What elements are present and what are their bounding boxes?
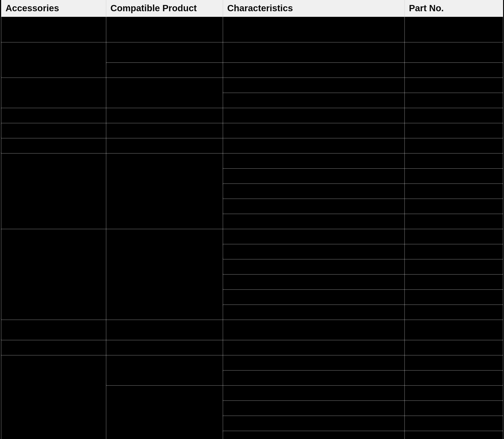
cell-c3 (223, 153, 404, 168)
table-row (1, 229, 503, 244)
cell-c1 (1, 78, 106, 108)
table-body (1, 17, 503, 439)
cell-c1 (1, 42, 106, 78)
cell-c4 (404, 320, 503, 340)
table-row (1, 138, 503, 153)
cell-c3 (223, 289, 404, 305)
cell-c4 (404, 199, 503, 214)
cell-c4 (404, 78, 503, 93)
table-row (1, 108, 503, 123)
cell-c3 (223, 138, 404, 153)
cell-c1 (1, 17, 106, 42)
cell-c4 (404, 355, 503, 370)
table-row (1, 153, 503, 168)
cell-c4 (404, 274, 503, 289)
cell-c4 (404, 229, 503, 244)
cell-c3 (223, 244, 404, 259)
table-row (1, 17, 503, 42)
cell-c3 (223, 385, 404, 401)
cell-c4 (404, 17, 503, 42)
table-row (1, 355, 503, 370)
cell-c4 (404, 62, 503, 78)
cell-c3 (223, 416, 404, 431)
col-header-characteristics: Characteristics (223, 0, 404, 17)
cell-c1 (1, 153, 106, 229)
cell-c2 (106, 42, 223, 62)
cell-c3 (223, 93, 404, 108)
cell-c4 (404, 138, 503, 153)
cell-c2 (106, 138, 223, 153)
cell-c4 (404, 385, 503, 401)
accessories-table: Accessories Compatible Product Character… (1, 0, 503, 439)
cell-c4 (404, 401, 503, 416)
cell-c4 (404, 42, 503, 62)
cell-c1 (1, 108, 106, 123)
cell-c4 (404, 340, 503, 355)
cell-c3 (223, 305, 404, 320)
cell-c2 (106, 153, 223, 229)
col-header-compatible: Compatible Product (106, 0, 223, 17)
cell-c2 (106, 78, 223, 108)
cell-c1 (1, 123, 106, 138)
cell-c4 (404, 289, 503, 305)
col-header-accessories: Accessories (1, 0, 106, 17)
cell-c4 (404, 93, 503, 108)
cell-c3 (223, 340, 404, 355)
cell-c4 (404, 244, 503, 259)
cell-c1 (1, 320, 106, 340)
cell-c3 (223, 123, 404, 138)
cell-c3 (223, 199, 404, 214)
cell-c3 (223, 274, 404, 289)
cell-c3 (223, 355, 404, 370)
cell-c2 (106, 123, 223, 138)
cell-c3 (223, 168, 404, 183)
cell-c2 (106, 108, 223, 123)
cell-c4 (404, 183, 503, 199)
cell-c4 (404, 123, 503, 138)
cell-c2 (106, 229, 223, 320)
cell-c2 (106, 320, 223, 340)
table-row (1, 320, 503, 340)
cell-c2 (106, 62, 223, 78)
cell-c4 (404, 431, 503, 439)
table-row (1, 340, 503, 355)
cell-c3 (223, 431, 404, 439)
table-row (1, 123, 503, 138)
cell-c2 (106, 355, 223, 385)
cell-c3 (223, 62, 404, 78)
cell-c2 (106, 17, 223, 42)
cell-c3 (223, 401, 404, 416)
cell-c1 (1, 229, 106, 320)
cell-c3 (223, 108, 404, 123)
cell-c3 (223, 42, 404, 62)
cell-c3 (223, 320, 404, 340)
cell-c3 (223, 229, 404, 244)
table-row (1, 42, 503, 62)
cell-c4 (404, 370, 503, 385)
cell-c4 (404, 259, 503, 274)
cell-c1 (1, 340, 106, 355)
cell-c4 (404, 108, 503, 123)
cell-c1 (1, 138, 106, 153)
cell-c3 (223, 259, 404, 274)
cell-c3 (223, 78, 404, 93)
cell-c3 (223, 370, 404, 385)
cell-c3 (223, 17, 404, 42)
cell-c3 (223, 183, 404, 199)
cell-c4 (404, 305, 503, 320)
cell-c4 (404, 416, 503, 431)
cell-c4 (404, 153, 503, 168)
cell-c2 (106, 340, 223, 355)
col-header-partno: Part No. (404, 0, 503, 17)
table-header-row: Accessories Compatible Product Character… (1, 0, 503, 17)
cell-c4 (404, 168, 503, 183)
cell-c2 (106, 385, 223, 439)
table-row (1, 78, 503, 93)
cell-c3 (223, 214, 404, 229)
cell-c4 (404, 214, 503, 229)
cell-c1 (1, 355, 106, 439)
